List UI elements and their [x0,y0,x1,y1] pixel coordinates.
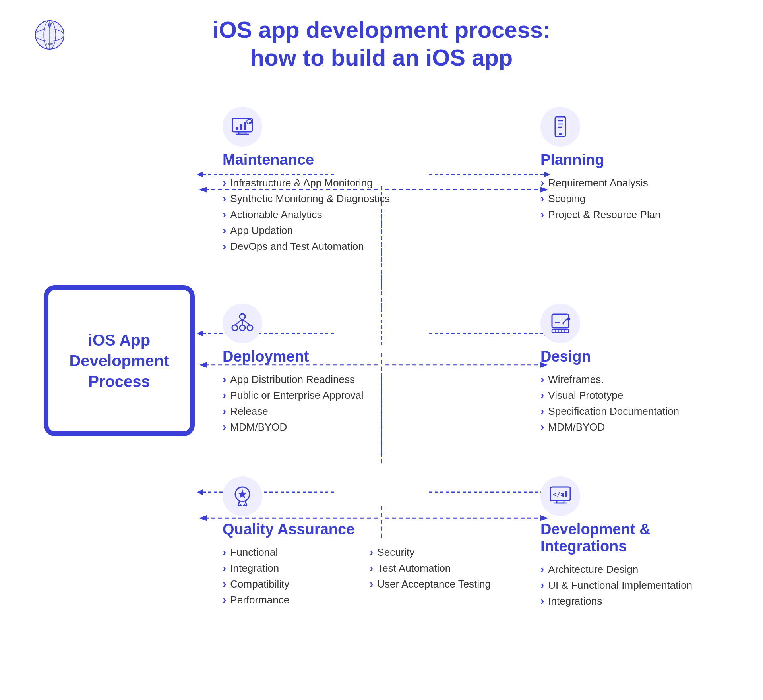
vlink-logo: V Link [32,16,68,52]
svg-text:Link: Link [46,42,53,46]
svg-rect-28 [240,124,242,130]
main-title-line2: how to build an iOS app [213,44,551,72]
qa-section: Quality Assurance Functional Integration… [207,452,525,627]
qa-item-4: Performance [223,594,362,606]
maintenance-item-3: Actionable Analytics [223,208,509,221]
design-item-3: Specification Documentation [540,405,715,418]
svg-point-36 [240,314,245,319]
svg-line-46 [563,319,567,323]
svg-rect-43 [552,314,569,328]
qa-icon [223,476,262,516]
deployment-item-1: App Distribution Readiness [223,373,509,386]
planning-section: Planning Requirement Analysis Scoping Pr… [525,95,731,272]
design-title: Design [540,348,715,365]
svg-point-38 [240,325,245,331]
maintenance-item-1: Infrastructure & App Monitoring [223,176,509,189]
svg-point-39 [247,325,253,331]
center-box: iOS App Development Process [44,285,195,436]
maintenance-section: Maintenance Infrastructure & App Monitor… [207,95,525,272]
design-item-2: Visual Prototype [540,389,715,402]
svg-marker-55 [238,489,247,499]
svg-marker-58 [238,504,247,506]
svg-point-37 [232,325,238,331]
design-item-4: MDM/BYOD [540,421,715,433]
planning-item-2: Scoping [540,192,715,205]
design-list: Wireframes. Visual Prototype Specificati… [540,373,715,433]
svg-line-42 [242,319,250,325]
qa-item-7: User Acceptance Testing [370,578,509,590]
qa-item-2: Integration [223,562,362,574]
qa-item-5: Security [370,546,509,559]
planning-icon [540,107,580,147]
svg-rect-49 [552,329,569,333]
maintenance-item-2: Synthetic Monitoring & Diagnostics [223,192,509,205]
deployment-section: Deployment App Distribution Readiness Pu… [207,272,525,452]
center-box-inner: iOS App Development Process [56,297,183,424]
svg-rect-27 [236,127,238,130]
center-col: iOS App Development Process [32,95,207,627]
svg-rect-63 [562,493,564,497]
planning-list: Requirement Analysis Scoping Project & R… [540,176,715,221]
deployment-item-2: Public or Enterprise Approval [223,389,509,402]
title-area: iOS app development process: how to buil… [213,16,551,71]
maintenance-item-4: App Updation [223,224,509,237]
center-text: iOS App Development Process [69,330,169,392]
dev-item-3: Integrations [540,595,715,607]
deployment-icon [223,304,262,343]
maintenance-icon [223,107,262,147]
maintenance-list: Infrastructure & App Monitoring Syntheti… [223,176,509,253]
development-section: </> Development & Integrations Architect… [525,452,731,627]
qa-item-3: Compatibility [223,578,362,590]
qa-item-1: Functional [223,546,362,559]
page-container: V Link iOS app development process: how … [0,0,763,700]
dev-item-1: Architecture Design [540,563,715,576]
deployment-title: Deployment [223,348,509,365]
dev-item-2: UI & Functional Implementation [540,579,715,592]
design-icon [540,304,580,343]
svg-rect-64 [565,491,567,497]
qa-item-6: Test Automation [370,562,509,574]
development-title: Development & Integrations [540,521,715,555]
logo-area: V Link [32,16,68,53]
qa-title: Quality Assurance [223,521,509,538]
development-list: Architecture Design UI & Functional Impl… [540,563,715,607]
main-title-line1: iOS app development process: [213,16,551,44]
planning-item-1: Requirement Analysis [540,176,715,189]
deployment-item-3: Release [223,405,509,418]
qa-list: Functional Integration Compatibility Per… [223,546,509,609]
header: V Link iOS app development process: how … [32,16,731,71]
svg-rect-29 [244,122,246,130]
planning-item-3: Project & Resource Plan [540,208,715,221]
maintenance-title: Maintenance [223,151,509,168]
design-section: Design Wireframes. Visual Prototype Spec… [525,272,731,452]
svg-marker-48 [562,323,564,325]
svg-line-40 [235,319,242,325]
deployment-item-4: MDM/BYOD [223,421,509,433]
svg-rect-35 [559,133,562,135]
design-item-1: Wireframes. [540,373,715,386]
planning-title: Planning [540,151,715,168]
deployment-list: App Distribution Readiness Public or Ent… [223,373,509,433]
svg-text:V: V [47,21,52,29]
maintenance-item-5: DevOps and Test Automation [223,240,509,253]
development-icon: </> [540,476,580,516]
